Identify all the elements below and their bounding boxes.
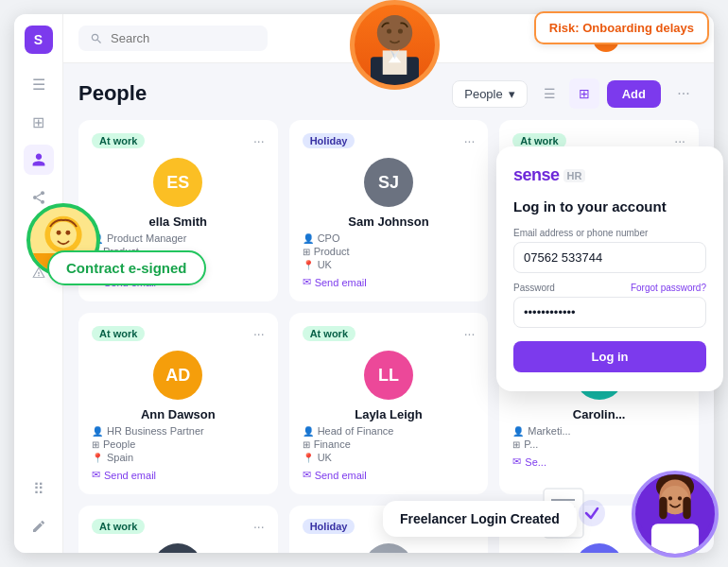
card-menu[interactable]: ··· <box>464 133 476 148</box>
search-bar[interactable] <box>78 26 268 51</box>
svg-point-31 <box>678 496 682 500</box>
email-icon: ✉ <box>303 469 311 481</box>
login-title: Log in to your account <box>513 198 706 215</box>
sidebar-item-dashboard[interactable]: ⊞ <box>24 107 54 137</box>
role-icon: 👤 <box>512 426 524 437</box>
person-location: 📍 UK <box>303 452 476 463</box>
grid-view-button[interactable]: ⊞ <box>569 78 599 109</box>
page-actions: People ▾ ☰ ⊞ Add ··· <box>452 78 699 109</box>
status-badge: At work <box>92 133 145 148</box>
card-top: Holiday ··· <box>303 133 476 148</box>
email-icon: ✉ <box>303 276 311 288</box>
avatar <box>364 543 413 553</box>
role-icon: 👤 <box>92 426 103 437</box>
dept-icon: ⊞ <box>92 439 99 450</box>
card-menu[interactable]: ··· <box>253 519 265 534</box>
search-icon <box>90 32 103 45</box>
password-input[interactable] <box>513 297 706 328</box>
person-dept: ⊞ Product <box>303 246 476 257</box>
svg-point-19 <box>65 231 70 235</box>
status-badge: Holiday <box>303 133 355 148</box>
list-view-button[interactable]: ☰ <box>535 78 565 109</box>
sidebar-item-edit[interactable] <box>24 511 54 541</box>
dept-icon: ⊞ <box>512 439 520 450</box>
location-icon: 📍 <box>92 453 103 463</box>
send-email-link[interactable]: ✉ Se... <box>512 455 685 468</box>
more-options-button[interactable]: ··· <box>668 78 699 109</box>
sidebar-item-apps[interactable]: ⠿ <box>24 473 54 504</box>
send-email-link[interactable]: ✉ Send email <box>92 469 265 481</box>
person-card: At work··· <box>78 506 278 553</box>
person-role: 👤 Marketi... <box>512 425 685 437</box>
svg-line-3 <box>36 198 41 201</box>
freelancer-avatar-overlay <box>632 471 719 558</box>
people-filter-dropdown[interactable]: People ▾ <box>452 80 527 108</box>
freelancer-face-svg <box>635 471 715 554</box>
card-menu[interactable]: ··· <box>253 326 265 341</box>
status-badge: At work <box>92 326 145 341</box>
person-name: Layla Leigh <box>303 407 476 421</box>
contract-badge: Contract e-signed <box>47 250 206 285</box>
status-badge: At work <box>92 519 145 534</box>
person-card: At work ··· LL Layla Leigh 👤 Head of Fin… <box>289 313 489 494</box>
person-dept: ⊞ Finance <box>303 438 476 450</box>
dept-icon: ⊞ <box>303 439 310 450</box>
sense-logo: sense HR <box>513 165 706 185</box>
person-name: Ann Dawson <box>92 407 265 421</box>
add-button[interactable]: Add <box>607 80 661 108</box>
role-icon: 👤 <box>303 233 314 244</box>
person-dept: ⊞ P... <box>512 438 685 450</box>
forgot-password-link[interactable]: Forgot password? <box>631 283 706 293</box>
role-icon: 👤 <box>303 426 314 437</box>
avatar: AD <box>153 351 202 400</box>
login-button[interactable]: Log in <box>513 341 706 372</box>
dept-icon: ⊞ <box>303 247 310 257</box>
card-menu[interactable]: ··· <box>464 326 476 341</box>
card-menu[interactable]: ··· <box>253 133 265 148</box>
person-name: Carolin... <box>512 407 685 421</box>
send-email-link[interactable]: ✉ Send email <box>303 276 476 288</box>
status-badge: Holiday <box>303 519 355 534</box>
avatar <box>153 543 202 553</box>
sense-brand: sense <box>513 165 560 185</box>
avatar <box>575 543 624 553</box>
svg-point-0 <box>41 191 44 195</box>
card-top: At work ··· <box>303 326 476 341</box>
sense-hr-badge: HR <box>563 169 586 182</box>
svg-point-2 <box>41 200 44 204</box>
person-name: Sam Johnson <box>303 215 476 229</box>
dropdown-chevron: ▾ <box>509 87 515 101</box>
svg-point-15 <box>398 29 403 34</box>
svg-rect-34 <box>651 524 699 554</box>
svg-point-30 <box>668 496 672 500</box>
svg-point-18 <box>57 231 61 235</box>
send-email-link[interactable]: ✉ Send email <box>303 469 476 481</box>
sidebar-item-menu[interactable]: ☰ <box>24 69 54 99</box>
person-location: 📍 Spain <box>92 452 265 463</box>
app-logo[interactable]: S <box>25 26 53 54</box>
password-row: Password Forgot password? <box>513 283 706 293</box>
search-input[interactable] <box>111 31 243 45</box>
risk-tooltip: Risk: Onboarding delays <box>534 11 709 44</box>
featured-profile-avatar <box>350 0 440 90</box>
sidebar-item-people[interactable] <box>24 145 54 175</box>
card-top: At work ··· <box>92 326 265 341</box>
avatar: ES <box>153 158 202 207</box>
email-input[interactable] <box>513 242 706 273</box>
email-icon: ✉ <box>92 469 100 481</box>
location-icon: 📍 <box>303 260 314 270</box>
svg-point-25 <box>579 500 605 526</box>
status-badge: At work <box>303 326 355 341</box>
person-role: 👤 HR Business Partner <box>92 425 265 437</box>
person-card: At work ··· AD Ann Dawson 👤 HR Business … <box>78 313 278 494</box>
email-label: Email address or phone number <box>513 228 706 238</box>
svg-point-1 <box>33 196 37 199</box>
freelancer-login-badge: Freelancer Login Created <box>383 501 577 537</box>
svg-rect-32 <box>659 497 667 519</box>
person-dept: ⊞ People <box>92 438 265 450</box>
person-card: Holiday ··· SJ Sam Johnson 👤 CPO ⊞ Produ… <box>289 120 489 301</box>
svg-rect-33 <box>683 497 690 519</box>
svg-point-8 <box>377 15 412 50</box>
avatar: SJ <box>364 158 413 207</box>
person-role: 👤 Head of Finance <box>303 425 476 437</box>
